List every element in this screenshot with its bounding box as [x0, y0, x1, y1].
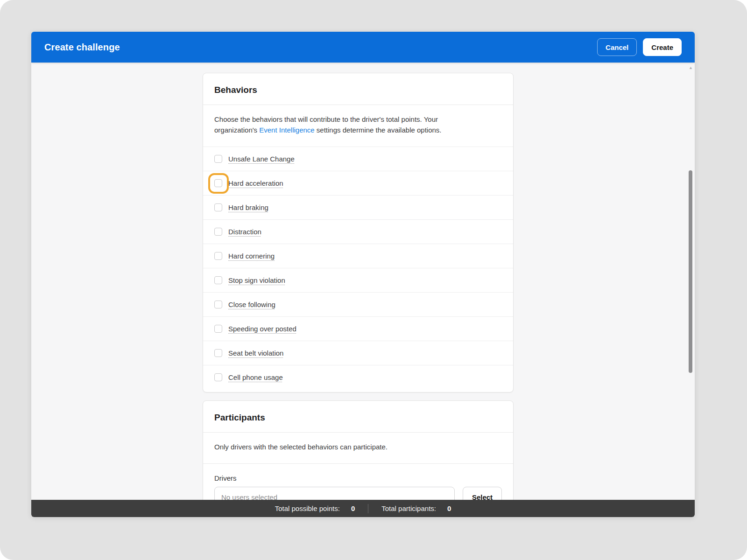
behavior-row-seat-belt-violation: Seat belt violation — [203, 341, 513, 365]
participants-description: Only drivers with the selected behaviors… — [203, 433, 513, 463]
checkbox-unsafe-lane-change[interactable] — [214, 155, 222, 163]
scrollbar[interactable]: ▲ — [686, 63, 695, 500]
behavior-label[interactable]: Distraction — [228, 228, 261, 236]
checkbox-close-following[interactable] — [214, 301, 222, 308]
scroll-up-arrow-icon[interactable]: ▲ — [689, 65, 693, 70]
behavior-label[interactable]: Close following — [228, 301, 275, 308]
total-participants-label: Total participants: — [381, 504, 436, 512]
checkbox-speeding-over-posted[interactable] — [214, 325, 222, 333]
checkbox-hard-cornering[interactable] — [214, 252, 222, 260]
footer-divider — [368, 504, 368, 513]
behavior-label[interactable]: Hard braking — [228, 203, 268, 211]
checkbox-hard-braking[interactable] — [214, 203, 222, 211]
event-intelligence-link[interactable]: Event Intelligence — [259, 126, 314, 134]
total-points-label: Total possible points: — [275, 504, 340, 512]
behaviors-card-title: Behaviors — [203, 73, 513, 105]
behavior-label[interactable]: Seat belt violation — [228, 349, 283, 357]
cancel-button[interactable]: Cancel — [597, 38, 637, 56]
modal-header: Create challenge Cancel Create — [31, 32, 695, 63]
behavior-label[interactable]: Speeding over posted — [228, 325, 296, 333]
desktop-background: Create challenge Cancel Create Behaviors… — [0, 0, 747, 560]
drivers-field-label: Drivers — [203, 464, 513, 487]
behavior-row-hard-cornering: Hard cornering — [203, 244, 513, 268]
scrollbar-thumb[interactable] — [689, 170, 692, 373]
total-points-value: 0 — [351, 504, 355, 512]
behavior-row-unsafe-lane-change: Unsafe Lane Change — [203, 147, 513, 171]
create-button[interactable]: Create — [643, 38, 682, 56]
behavior-row-speeding-over-posted: Speeding over posted — [203, 316, 513, 341]
behavior-row-cell-phone-usage: Cell phone usage — [203, 365, 513, 389]
page-title: Create challenge — [44, 42, 120, 53]
behavior-row-close-following: Close following — [203, 292, 513, 316]
checkbox-seat-belt-violation[interactable] — [214, 349, 222, 357]
participants-card-title: Participants — [203, 401, 513, 432]
behavior-label[interactable]: Hard cornering — [228, 252, 275, 260]
create-challenge-modal: Create challenge Cancel Create Behaviors… — [31, 32, 695, 517]
behavior-row-hard-acceleration: Hard acceleration — [203, 171, 513, 195]
behavior-row-stop-sign-violation: Stop sign violation — [203, 268, 513, 292]
behaviors-description: Choose the behaviors that will contribut… — [203, 105, 513, 147]
behaviors-card: Behaviors Choose the behaviors that will… — [203, 73, 514, 392]
behavior-label[interactable]: Stop sign violation — [228, 276, 285, 284]
behavior-row-distraction: Distraction — [203, 219, 513, 244]
modal-body: Behaviors Choose the behaviors that will… — [31, 63, 695, 517]
checkbox-stop-sign-violation[interactable] — [214, 276, 222, 284]
checkbox-hard-acceleration[interactable] — [214, 179, 222, 187]
behaviors-description-text-2: settings determine the available options… — [315, 126, 442, 134]
behavior-row-hard-braking: Hard braking — [203, 195, 513, 219]
header-actions: Cancel Create — [597, 38, 682, 56]
checkbox-cell-phone-usage[interactable] — [214, 373, 222, 381]
behavior-label[interactable]: Cell phone usage — [228, 373, 283, 381]
total-participants-value: 0 — [447, 504, 451, 512]
totals-footer: Total possible points: 0 Total participa… — [31, 500, 695, 517]
behavior-label[interactable]: Hard acceleration — [228, 179, 283, 187]
behavior-label[interactable]: Unsafe Lane Change — [228, 155, 295, 163]
checkbox-distraction[interactable] — [214, 228, 222, 236]
